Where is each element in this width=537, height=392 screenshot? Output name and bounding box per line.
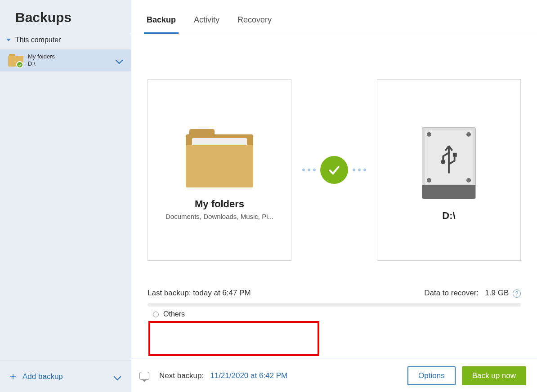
section-this-computer[interactable]: This computer bbox=[0, 34, 131, 49]
chevron-down-icon bbox=[116, 57, 123, 64]
add-backup-button[interactable]: Add backup bbox=[22, 372, 115, 381]
sidebar: Backups This computer My folders D:\ + A… bbox=[0, 0, 131, 392]
next-backup-time[interactable]: 11/21/2020 at 6:42 PM bbox=[210, 371, 287, 380]
comment-icon[interactable] bbox=[139, 372, 149, 380]
others-row[interactable]: Others bbox=[148, 310, 521, 318]
tab-activity[interactable]: Activity bbox=[192, 15, 221, 34]
check-badge-icon bbox=[16, 61, 23, 68]
connection-indicator bbox=[302, 156, 366, 184]
usb-drive-icon bbox=[422, 127, 476, 199]
help-icon[interactable]: ? bbox=[513, 290, 521, 298]
last-backup-value: today at 6:47 PM bbox=[193, 289, 251, 297]
notification-bar: The backup has successfully completed. ✕ bbox=[131, 358, 537, 359]
recover-label: Data to recover: bbox=[424, 289, 479, 297]
source-title: My folders bbox=[195, 198, 244, 210]
others-label: Others bbox=[163, 310, 185, 318]
footer-bar: Next backup: 11/21/2020 at 6:42 PM Optio… bbox=[131, 359, 537, 392]
tab-recovery[interactable]: Recovery bbox=[236, 15, 273, 34]
sidebar-title: Backups bbox=[0, 0, 131, 34]
backup-now-button[interactable]: Back up now bbox=[462, 366, 526, 385]
last-backup-label: Last backup: bbox=[148, 289, 191, 297]
source-subtitle: Documents, Downloads, Music, Pi... bbox=[166, 213, 273, 220]
backup-item-name: My folders bbox=[28, 53, 116, 60]
destination-card[interactable]: D:\ bbox=[377, 79, 521, 261]
next-backup-label: Next backup: bbox=[159, 371, 204, 380]
folder-icon bbox=[8, 54, 23, 67]
backup-item-my-folders[interactable]: My folders D:\ bbox=[0, 49, 131, 71]
plus-icon: + bbox=[10, 370, 16, 383]
svg-rect-1 bbox=[453, 153, 457, 157]
progress-bar bbox=[148, 303, 521, 307]
triangle-down-icon bbox=[6, 39, 11, 41]
options-button[interactable]: Options bbox=[407, 366, 456, 385]
radio-icon[interactable] bbox=[153, 312, 159, 317]
source-card[interactable]: My folders Documents, Downloads, Music, … bbox=[148, 79, 291, 261]
destination-title: D:\ bbox=[442, 210, 455, 222]
backup-item-dest: D:\ bbox=[28, 60, 116, 67]
tab-backup[interactable]: Backup bbox=[145, 15, 178, 34]
check-circle-icon bbox=[320, 156, 348, 184]
sidebar-footer: + Add backup bbox=[0, 361, 131, 392]
tabs: Backup Activity Recovery bbox=[131, 0, 537, 34]
recover-value: 1.9 GB bbox=[485, 289, 509, 297]
section-label: This computer bbox=[15, 36, 61, 44]
content-area: My folders Documents, Downloads, Music, … bbox=[131, 34, 537, 359]
chevron-down-icon[interactable] bbox=[114, 373, 121, 380]
folder-large-icon bbox=[186, 129, 253, 187]
main: Backup Activity Recovery My folders Docu… bbox=[131, 0, 537, 392]
